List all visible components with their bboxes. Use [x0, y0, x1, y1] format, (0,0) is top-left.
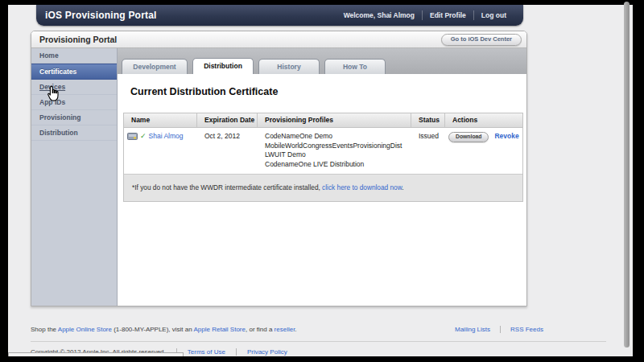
privacy-policy-link[interactable]: Privacy Policy: [247, 348, 287, 356]
table-header: Name Expiration Date Provisioning Profil…: [124, 113, 522, 128]
sidebar-item-home[interactable]: Home: [31, 48, 117, 64]
name-cell: ✓ Shai Almog: [124, 132, 197, 169]
footer-feeds: Mailing Lists RSS Feeds: [455, 326, 543, 333]
portal-container: Provisioning Portal Go to iOS Dev Center…: [31, 31, 527, 306]
separator: [236, 348, 237, 356]
wwdr-note: *If you do not have the WWDR intermediat…: [124, 174, 522, 201]
reseller-link[interactable]: reseller: [275, 326, 295, 333]
column-header-profiles: Provisioning Profiles: [258, 113, 411, 127]
column-header-expiration: Expiration Date: [197, 113, 258, 127]
wwdr-note-text: *If you do not have the WWDR intermediat…: [132, 183, 322, 191]
go-to-dev-center-button[interactable]: Go to iOS Dev Center: [441, 34, 522, 46]
tab-development[interactable]: Development: [122, 59, 188, 74]
tab-content: Current Distribution Certificate Name Ex…: [118, 74, 526, 306]
footer-divider: [31, 341, 606, 342]
certificate-name-link[interactable]: Shai Almog: [149, 132, 184, 142]
rss-feeds-link[interactable]: RSS Feeds: [510, 326, 543, 333]
column-header-actions: Actions: [445, 113, 522, 127]
mailing-lists-link[interactable]: Mailing Lists: [455, 326, 490, 333]
wwdr-note-period: .: [402, 183, 403, 191]
page-title: Provisioning Portal: [39, 35, 117, 44]
terms-of-use-link[interactable]: Terms of Use: [188, 348, 225, 356]
log-out-link[interactable]: Log out: [474, 11, 514, 19]
expiration-cell: Oct 2, 2012: [197, 132, 258, 169]
profiles-cell: CodeNameOne Demo MobileWorldCongressEven…: [258, 132, 411, 169]
section-heading: Current Distribution Certificate: [130, 86, 526, 97]
profile-item: CodenameOne LIVE Distribution: [265, 160, 411, 170]
sidebar-item-app-ids[interactable]: App IDs: [31, 95, 117, 110]
certificate-table: Name Expiration Date Provisioning Profil…: [123, 113, 523, 202]
column-header-status: Status: [411, 113, 445, 127]
account-nav: Welcome, Shai Almog Edit Profile Log out: [336, 5, 514, 26]
tab-history[interactable]: History: [258, 59, 320, 74]
sidebar: Home Certificates Devices App IDs Provis…: [31, 48, 118, 306]
revoke-link[interactable]: Revoke: [494, 132, 518, 142]
separator: [500, 326, 501, 333]
apple-online-store-link[interactable]: Apple Online Store: [58, 326, 112, 333]
tab-bar: Development Distribution History How To: [118, 48, 526, 74]
status-cell: Issued: [411, 132, 445, 169]
download-button[interactable]: Download: [448, 132, 489, 142]
browser-status-bar: [8, 352, 184, 356]
tab-distribution[interactable]: Distribution: [192, 58, 254, 74]
main-panel: Development Distribution History How To …: [118, 48, 526, 306]
actions-cell: Download Revoke: [445, 132, 522, 169]
top-navbar: iOS Provisioning Portal Welcome, Shai Al…: [36, 5, 523, 26]
scrollbar[interactable]: [624, 2, 630, 348]
portal-header: Provisioning Portal Go to iOS Dev Center: [31, 31, 526, 48]
certificate-icon: [127, 133, 138, 140]
profile-item: LWUIT Demo: [265, 150, 411, 160]
tab-how-to[interactable]: How To: [324, 59, 386, 74]
column-header-name: Name: [124, 113, 197, 127]
sidebar-item-certificates[interactable]: Certificates: [31, 64, 117, 80]
sidebar-item-devices[interactable]: Devices: [31, 80, 117, 95]
app-title: iOS Provisioning Portal: [45, 10, 157, 21]
profile-item: CodeNameOne Demo: [265, 132, 411, 142]
sidebar-item-provisioning[interactable]: Provisioning: [31, 110, 117, 125]
edit-profile-link[interactable]: Edit Profile: [423, 11, 473, 19]
browser-viewport: iOS Provisioning Portal Welcome, Shai Al…: [8, 5, 633, 356]
footer-shop-line: Shop the Apple Online Store (1-800-MY-AP…: [31, 326, 297, 333]
profile-item: MobileWorldCongressEventsProvisioningDis…: [265, 142, 411, 151]
wwdr-download-link[interactable]: click here to download now: [322, 183, 402, 191]
sidebar-item-distribution[interactable]: Distribution: [31, 125, 117, 141]
welcome-text: Welcome, Shai Almog: [336, 11, 422, 19]
apple-retail-store-link[interactable]: Apple Retail Store: [194, 326, 246, 333]
valid-check-icon: ✓: [140, 132, 147, 141]
table-row: ✓ Shai Almog Oct 2, 2012 CodeNameOne Dem…: [124, 128, 522, 174]
